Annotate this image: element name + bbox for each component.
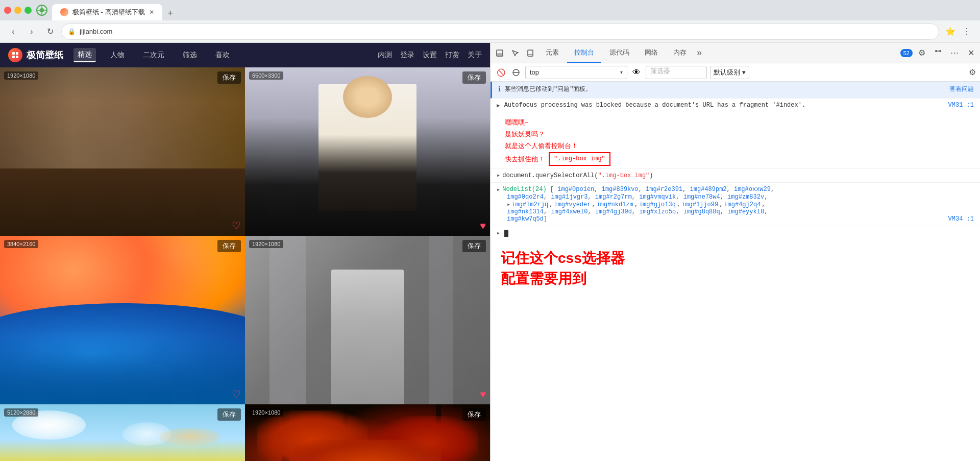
devtools-more-options-button[interactable]: ⋯: [947, 46, 962, 60]
nodelist-bracket-open: [: [550, 186, 554, 193]
gallery-item-2[interactable]: 6500×3300 保存 ♥: [245, 67, 490, 236]
devtools-settings-button[interactable]: ⚙: [915, 46, 929, 60]
menu-button[interactable]: ⋮: [960, 25, 974, 39]
nodelist-text: NodeList(24) [ img#0po1en, img#839kvo, i…: [502, 186, 774, 193]
console-level-label: 默认级别: [714, 68, 740, 77]
image-3-save-button[interactable]: 保存: [217, 240, 241, 252]
console-filter-input[interactable]: top ▾: [525, 66, 627, 79]
lock-icon: 🔒: [68, 28, 76, 35]
gallery-nav-items: 精选 人物 二次元 筛选 喜欢: [74, 48, 234, 62]
back-button[interactable]: ‹: [6, 25, 20, 39]
gallery-logo: 极简壁纸: [8, 48, 63, 62]
red-message-lines: 嘿嘿嘿~ 是妖妖灵吗？ 就是这个人偷看控制台！ 快去抓住他！ ".img-box…: [505, 116, 974, 166]
console-filter-text: top: [530, 68, 539, 76]
gallery-item-6[interactable]: 1920×1080 保存: [245, 404, 490, 461]
nodelist-row-3: ▸ img#lm2rjq, img#vyeder, img#nkd1zm, im…: [497, 201, 974, 208]
devtools-tab-elements[interactable]: 元素: [538, 43, 566, 63]
nav-right-settings[interactable]: 设置: [423, 51, 437, 60]
image-5-save-button[interactable]: 保存: [217, 408, 241, 421]
console-prompt-line[interactable]: ▸: [491, 226, 980, 240]
tab-close-button[interactable]: ✕: [149, 9, 154, 16]
devtools-customize-button[interactable]: [931, 46, 945, 60]
vm31-link[interactable]: VM31 :1: [948, 102, 974, 109]
browser-traffic-lights: [4, 7, 32, 14]
nav-right-donate[interactable]: 打赏: [445, 51, 459, 60]
gallery-item-1[interactable]: 1920×1080 保存 ♡: [0, 67, 245, 236]
query-selector: ".img-box img": [598, 172, 649, 179]
annotation-line-2: 配置需要用到: [501, 269, 970, 288]
image-4-bg: [245, 236, 490, 404]
nav-item-people[interactable]: 人物: [106, 48, 129, 62]
console-level-select[interactable]: 默认级别 ▾: [710, 66, 749, 79]
svg-point-11: [939, 50, 941, 52]
console-eye-button[interactable]: 👁: [630, 66, 643, 79]
image-2-heart-button[interactable]: ♥: [480, 220, 486, 232]
nodelist-row-2: img#0qo2r4, img#1jvgr3, img#r2g7rm, img#…: [497, 193, 974, 201]
console-block-button[interactable]: [510, 66, 522, 79]
image-6-save-button[interactable]: 保存: [462, 408, 486, 421]
devtools-dock-button[interactable]: [493, 46, 507, 60]
browser-tab-active[interactable]: 极简壁纸 - 高清壁纸下载 ✕: [52, 4, 162, 20]
view-issues-link[interactable]: 查看问题: [949, 85, 974, 94]
vm34-link[interactable]: VM34 :1: [948, 215, 974, 223]
console-selector-input[interactable]: 筛选器: [646, 66, 707, 79]
new-tab-button[interactable]: +: [163, 6, 178, 20]
console-message-nodelist: ▸ NodeList(24) [ img#0po1en, img#839kvo,…: [491, 183, 980, 226]
nav-right-about[interactable]: 关于: [468, 51, 482, 60]
devtools-more-tabs[interactable]: »: [697, 47, 702, 58]
image-4-heart-button[interactable]: ♥: [480, 389, 486, 400]
nav-right-beta[interactable]: 内测: [378, 51, 392, 60]
console-gear-button[interactable]: ⚙: [969, 67, 976, 77]
refresh-button[interactable]: ↻: [43, 25, 57, 39]
extensions-button[interactable]: ⭐: [943, 25, 958, 39]
svg-rect-5: [16, 56, 18, 58]
devtools-inspect-button[interactable]: [508, 46, 522, 60]
nodelist-item-2[interactable]: img#839kvo: [602, 186, 639, 193]
address-bar[interactable]: 🔒 jijianbi.com: [61, 23, 939, 40]
nav-item-selected[interactable]: 精选: [74, 48, 96, 62]
image-3-heart-button[interactable]: ♡: [232, 388, 241, 400]
nodelist-expand-arrow[interactable]: ▸: [497, 186, 500, 193]
console-level-arrow: ▾: [742, 68, 746, 76]
gallery-item-3[interactable]: 3840×2160 保存 ♡: [0, 236, 245, 404]
devtools-tab-memory[interactable]: 内存: [666, 43, 694, 63]
nav-item-anime[interactable]: 二次元: [139, 48, 168, 62]
maximize-button[interactable]: [24, 7, 32, 14]
devtools-tab-console[interactable]: 控制台: [567, 43, 601, 63]
gallery-panel: 极简壁纸 精选 人物 二次元 筛选 喜欢 内测 登录 设置 打赏 关于: [0, 43, 490, 461]
devtools-toolbar: 元素 控制台 源代码 网络 内存 » 52 ⚙ ⋯ ✕: [491, 43, 980, 63]
nodelist-item-1[interactable]: img#0po1en: [557, 186, 594, 193]
nodelist-item-5[interactable]: img#oxxw29: [734, 186, 771, 193]
gallery-item-4[interactable]: 1920×1080 保存 ♥: [245, 236, 490, 404]
nodelist-item-4[interactable]: img#489pm2: [690, 186, 727, 193]
minimize-button[interactable]: [14, 7, 21, 14]
image-2-save-button[interactable]: 保存: [462, 71, 486, 84]
nav-item-filter[interactable]: 筛选: [179, 48, 201, 62]
gallery-item-5[interactable]: 5120×2880 保存: [0, 404, 245, 461]
query-prefix: document.querySelectorAll(: [502, 172, 598, 179]
nav-right-login[interactable]: 登录: [400, 51, 414, 60]
image-1-heart-button[interactable]: ♡: [232, 220, 241, 232]
devtools-tab-network[interactable]: 网络: [638, 43, 665, 63]
image-3-bg: [0, 236, 245, 404]
image-4-save-button[interactable]: 保存: [462, 240, 486, 252]
gallery-nav: 极简壁纸 精选 人物 二次元 筛选 喜欢 内测 登录 设置 打赏 关于: [0, 43, 490, 67]
nodelist-item-3[interactable]: img#r2e391: [646, 186, 682, 193]
close-button[interactable]: [4, 7, 11, 14]
gallery-nav-right: 内测 登录 设置 打赏 关于: [378, 51, 482, 60]
devtools-tab-sources[interactable]: 源代码: [602, 43, 636, 63]
browser-tabs: 极简壁纸 - 高清壁纸下载 ✕ +: [52, 0, 178, 20]
devtools-console[interactable]: ℹ 某些消息已移动到"问题"面板。 查看问题 ▶ Autofocus proce…: [491, 82, 980, 461]
console-clear-button[interactable]: 🚫: [495, 66, 507, 79]
nav-item-favorites[interactable]: 喜欢: [211, 48, 234, 62]
console-prompt-symbol: ▸: [497, 229, 500, 237]
devtools-device-button[interactable]: [523, 46, 537, 60]
console-cursor: [504, 230, 508, 237]
image-1-save-button[interactable]: 保存: [217, 71, 241, 84]
browser-chrome: 极简壁纸 - 高清壁纸下载 ✕ +: [0, 0, 980, 20]
gallery-grid: 1920×1080 保存 ♡ 6500×3300 保存 ♥ 3840×21: [0, 67, 490, 461]
nodelist-row3-arrow[interactable]: ▸: [507, 201, 510, 208]
red-line-3: 就是这个人偷看控制台！: [505, 140, 974, 152]
forward-button[interactable]: ›: [24, 25, 39, 39]
devtools-close-button[interactable]: ✕: [964, 46, 978, 60]
